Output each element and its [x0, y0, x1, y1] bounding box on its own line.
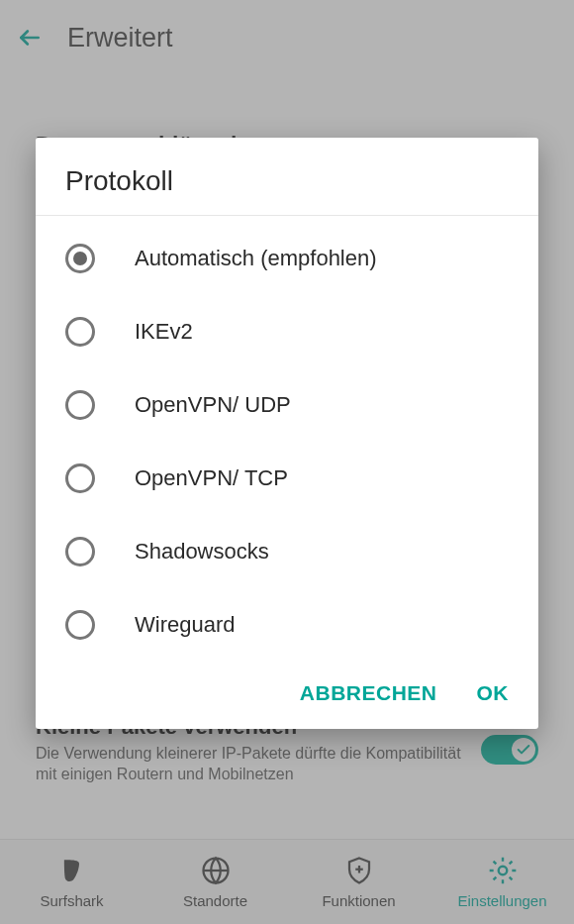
radio-icon — [65, 537, 95, 566]
radio-icon — [65, 463, 95, 493]
dialog-actions: ABBRECHEN OK — [36, 662, 538, 729]
radio-icon — [65, 610, 95, 640]
radio-option-automatic[interactable]: Automatisch (empfohlen) — [36, 222, 538, 295]
radio-label: Wireguard — [135, 612, 235, 638]
radio-option-ikev2[interactable]: IKEv2 — [36, 295, 538, 368]
radio-option-openvpn-udp[interactable]: OpenVPN/ UDP — [36, 368, 538, 442]
radio-label: OpenVPN/ UDP — [135, 392, 291, 418]
radio-option-shadowsocks[interactable]: Shadowsocks — [36, 515, 538, 588]
ok-button[interactable]: OK — [477, 681, 510, 705]
modal-overlay[interactable]: Protokoll Automatisch (empfohlen) IKEv2 … — [0, 0, 574, 924]
radio-label: Automatisch (empfohlen) — [135, 246, 377, 271]
radio-icon — [65, 390, 95, 420]
radio-icon-selected — [65, 244, 95, 273]
radio-icon — [65, 317, 95, 347]
radio-list: Automatisch (empfohlen) IKEv2 OpenVPN/ U… — [36, 216, 538, 662]
radio-option-openvpn-tcp[interactable]: OpenVPN/ TCP — [36, 442, 538, 515]
radio-label: OpenVPN/ TCP — [135, 465, 288, 491]
protocol-dialog: Protokoll Automatisch (empfohlen) IKEv2 … — [36, 138, 538, 729]
dialog-title: Protokoll — [36, 165, 538, 215]
radio-label: IKEv2 — [135, 319, 193, 345]
radio-option-wireguard[interactable]: Wireguard — [36, 588, 538, 662]
cancel-button[interactable]: ABBRECHEN — [300, 681, 437, 705]
radio-label: Shadowsocks — [135, 539, 269, 565]
